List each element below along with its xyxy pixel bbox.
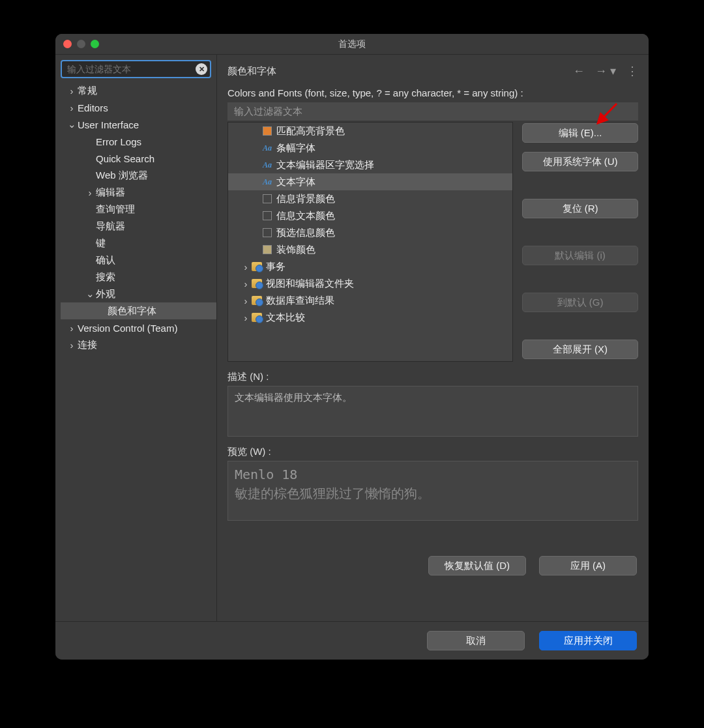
list-item[interactable]: Aa文本字体 [228,173,512,190]
use-system-font-button[interactable]: 使用系统字体 (U) [522,152,638,171]
filter-placeholder: 输入过滤器文本 [234,106,302,118]
tree-item[interactable]: Quick Search [61,150,216,167]
tree-item[interactable]: ›Editors [61,99,216,116]
restore-defaults-button[interactable]: 恢复默认值 (D) [428,556,526,575]
edit-button[interactable]: 编辑 (E)... [522,123,638,143]
folder-icon [252,295,262,306]
preview-sample-text: 敏捷的棕色狐狸跳过了懒惰的狗。 [235,485,631,502]
description-label: 描述 (N) : [227,371,638,383]
titlebar: 首选项 [55,34,649,55]
page-title: 颜色和字体 [227,65,276,78]
apply-button[interactable]: 应用 (A) [539,556,637,575]
folder-icon [252,261,262,272]
tree-item[interactable]: 颜色和字体 [61,302,216,319]
folder-icon [252,312,262,323]
colors-fonts-list[interactable]: 匹配高亮背景色Aa条幅字体Aa文本编辑器区字宽选择Aa文本字体信息背景颜色信息文… [227,122,513,362]
tree-item[interactable]: ›Version Control (Team) [61,319,216,336]
dialog-footer: 取消 应用并关闭 [55,621,649,660]
list-item[interactable]: 装饰颜色 [228,241,512,258]
list-item[interactable]: ›视图和编辑器文件夹 [228,275,512,292]
tree-item[interactable]: ›常规 [61,82,216,99]
sidebar: ›常规›Editors⌄User InterfaceError LogsQuic… [55,55,217,621]
preferences-window: 首选项 ›常规›Editors⌄User InterfaceError Logs… [55,34,649,660]
font-icon: Aa [262,160,272,170]
description-text: 文本编辑器使用文本字体。 [235,392,352,403]
window-title: 首选项 [55,38,649,50]
cancel-button[interactable]: 取消 [427,631,525,650]
color-swatch-icon [262,227,272,238]
list-item[interactable]: ›数据库查询结果 [228,292,512,309]
list-item[interactable]: 信息背景颜色 [228,190,512,207]
list-item[interactable]: 匹配高亮背景色 [228,123,512,139]
color-swatch-icon [262,194,272,204]
preview-font-name: Menlo 18 [235,467,631,482]
tree-item[interactable]: Error Logs [61,133,216,150]
list-filter-input[interactable]: 输入过滤器文本 [227,102,638,121]
tree-item[interactable]: 确认 [61,252,216,269]
preferences-tree: ›常规›Editors⌄User InterfaceError LogsQuic… [61,82,216,616]
font-icon: Aa [262,177,272,187]
list-item[interactable]: ›文本比较 [228,309,512,326]
list-item[interactable]: Aa文本编辑器区字宽选择 [228,156,512,173]
list-item[interactable]: Aa条幅字体 [228,139,512,156]
tree-item[interactable]: ›连接 [61,336,216,353]
tree-item[interactable]: Web 浏览器 [61,167,216,184]
filter-hint-text: Colors and Fonts (font, size, type, ? = … [227,87,638,98]
preview-label: 预览 (W) : [227,446,638,458]
apply-and-close-button[interactable]: 应用并关闭 [539,631,637,650]
reset-button[interactable]: 复位 (R) [522,199,638,218]
folder-icon [252,278,262,289]
tree-item[interactable]: 搜索 [61,269,216,285]
list-item[interactable]: 信息文本颜色 [228,207,512,224]
default-edit-button: 默认编辑 (i) [522,246,638,265]
action-buttons: 编辑 (E)... 使用系统字体 (U) 复位 (R) 默认编辑 (i) 到默认… [522,122,638,362]
preview-box: Menlo 18 敏捷的棕色狐狸跳过了懒惰的狗。 [227,461,638,521]
to-default-button: 到默认 (G) [522,293,638,312]
font-icon: Aa [262,143,272,153]
expand-all-button[interactable]: 全部展开 (X) [522,340,638,359]
color-swatch-icon [262,244,272,255]
sidebar-filter-input[interactable] [61,60,211,78]
color-swatch-icon [262,211,272,221]
tree-item[interactable]: 查询管理 [61,201,216,218]
nav-forward-icon[interactable]: → ▾ [595,64,616,78]
menu-icon[interactable]: ⋮ [626,64,638,78]
tree-item[interactable]: ›编辑器 [61,184,216,201]
list-item[interactable]: ›事务 [228,258,512,275]
list-item[interactable]: 预选信息颜色 [228,224,512,241]
color-swatch-icon [262,126,272,136]
description-box: 文本编辑器使用文本字体。 [227,386,638,437]
clear-filter-icon[interactable] [196,63,207,75]
tree-item[interactable]: ⌄外观 [61,285,216,302]
content-panel: 颜色和字体 ← → ▾ ⋮ Colors and Fonts (font, si… [217,55,649,621]
tree-item[interactable]: 导航器 [61,218,216,235]
nav-back-icon[interactable]: ← [573,65,585,78]
tree-item[interactable]: ⌄User Interface [61,116,216,133]
tree-item[interactable]: 键 [61,235,216,252]
